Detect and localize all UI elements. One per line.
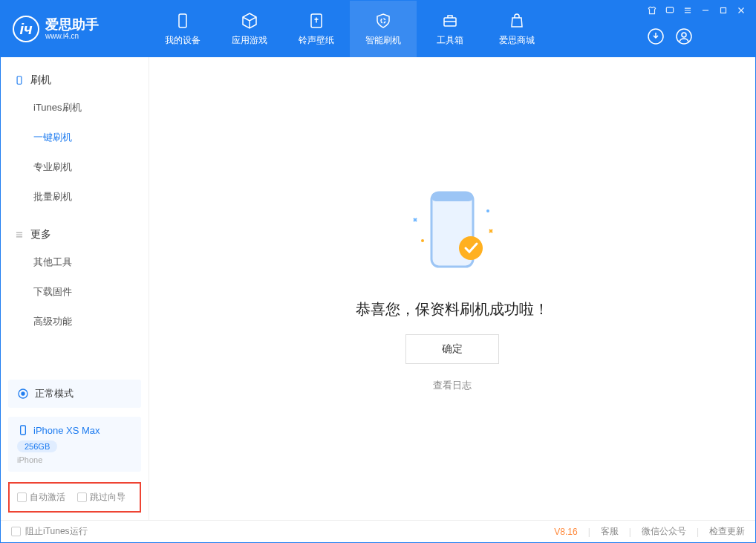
device-mode-label: 正常模式	[35, 387, 74, 400]
maximize-icon[interactable]	[718, 5, 729, 16]
user-icon[interactable]	[675, 27, 693, 45]
minimize-icon[interactable]	[700, 5, 711, 16]
nav-store[interactable]: 爱思商城	[483, 1, 550, 57]
svg-point-7	[682, 33, 686, 37]
phone-icon	[14, 75, 25, 85]
success-message: 恭喜您，保资料刷机成功啦！	[356, 299, 549, 319]
view-log-link[interactable]: 查看日志	[433, 379, 472, 392]
svg-point-14	[459, 236, 483, 260]
options-row: 自动激活 跳过向导	[8, 482, 141, 513]
device-name-label: iPhone XS Max	[33, 425, 100, 436]
sidebar-section-more: 更多	[1, 222, 149, 247]
top-nav: 我的设备 应用游戏 铃声壁纸 智能刷机 工具箱 爱思商城	[149, 1, 550, 57]
app-header: iч 爱思助手 www.i4.cn 我的设备 应用游戏 铃声壁纸 智能刷机 工具…	[1, 1, 755, 57]
section-title: 更多	[30, 228, 51, 241]
device-mode-box[interactable]: 正常模式	[8, 380, 141, 408]
nav-label: 我的设备	[165, 34, 201, 47]
sidebar-item-itunes-flash[interactable]: iTunes刷机	[33, 93, 149, 123]
device-type: iPhone	[17, 455, 132, 464]
checkbox-icon	[77, 492, 87, 502]
nav-smart-flash[interactable]: 智能刷机	[350, 1, 417, 57]
list-icon	[14, 230, 25, 240]
nav-label: 智能刷机	[365, 34, 401, 47]
svg-rect-4	[721, 8, 726, 13]
svg-rect-13	[431, 192, 473, 201]
nav-ringtone-wallpaper[interactable]: 铃声壁纸	[283, 1, 350, 57]
nav-apps-games[interactable]: 应用游戏	[216, 1, 283, 57]
checkbox-label: 跳过向导	[90, 491, 126, 504]
svg-point-6	[677, 29, 691, 44]
nav-label: 应用游戏	[232, 34, 267, 47]
svg-point-15	[421, 239, 424, 242]
refresh-shield-icon	[374, 12, 392, 30]
toolbox-icon	[441, 12, 459, 30]
version-label: V8.16	[554, 527, 577, 537]
svg-point-16	[486, 209, 489, 212]
main-content: 恭喜您，保资料刷机成功啦！ 确定 查看日志	[149, 57, 755, 520]
nav-toolbox[interactable]: 工具箱	[417, 1, 483, 57]
sidebar-item-other-tools[interactable]: 其他工具	[33, 247, 149, 277]
download-icon[interactable]	[647, 27, 665, 45]
checkbox-auto-activate[interactable]: 自动激活	[17, 491, 65, 504]
svg-point-10	[22, 392, 25, 395]
checkbox-label: 自动激活	[30, 491, 65, 504]
svg-rect-3	[666, 7, 673, 13]
sidebar-item-oneclick-flash[interactable]: 一键刷机	[33, 123, 149, 152]
footer-service[interactable]: 客服	[601, 525, 619, 538]
sidebar-item-advanced[interactable]: 高级功能	[33, 307, 149, 336]
footer-check-update[interactable]: 检查更新	[709, 525, 745, 538]
sidebar-section-flash: 刷机	[1, 68, 149, 93]
svg-rect-0	[179, 14, 186, 27]
nav-my-device[interactable]: 我的设备	[149, 1, 216, 57]
logo-area: iч 爱思助手 www.i4.cn	[1, 16, 149, 42]
logo-icon: iч	[13, 16, 39, 42]
sidebar-item-batch-flash[interactable]: 批量刷机	[33, 182, 149, 212]
app-subtitle: www.i4.cn	[45, 32, 99, 40]
footer-wechat[interactable]: 微信公众号	[642, 525, 686, 538]
music-icon	[307, 12, 325, 30]
svg-rect-11	[21, 426, 26, 435]
checkbox-icon	[17, 492, 27, 502]
checkbox-label: 阻止iTunes运行	[25, 525, 88, 538]
bag-icon	[508, 12, 526, 30]
sidebar: 刷机 iTunes刷机 一键刷机 专业刷机 批量刷机 更多 其他工具 下载固件 …	[1, 57, 149, 520]
feedback-icon[interactable]	[665, 5, 675, 16]
device-icon	[174, 12, 192, 30]
sidebar-item-pro-flash[interactable]: 专业刷机	[33, 152, 149, 182]
success-illustration	[400, 185, 504, 284]
device-info-box[interactable]: iPhone XS Max 256GB iPhone	[8, 417, 141, 472]
section-title: 刷机	[30, 74, 51, 87]
menu-icon[interactable]	[682, 5, 693, 16]
skin-icon[interactable]	[647, 5, 657, 16]
nav-label: 工具箱	[437, 34, 463, 47]
checkbox-skip-guide[interactable]: 跳过向导	[77, 491, 126, 504]
ok-button[interactable]: 确定	[405, 334, 499, 364]
svg-rect-8	[17, 77, 22, 85]
close-icon[interactable]	[736, 5, 746, 16]
footer: 阻止iTunes运行 V8.16 | 客服 | 微信公众号 | 检查更新	[1, 520, 755, 542]
mode-icon	[17, 388, 29, 400]
nav-label: 铃声壁纸	[299, 34, 334, 47]
window-controls	[647, 5, 746, 16]
cube-icon	[241, 12, 258, 30]
device-capacity: 256GB	[17, 440, 57, 452]
sidebar-item-download-firmware[interactable]: 下载固件	[33, 277, 149, 307]
checkbox-icon	[11, 527, 21, 536]
phone-icon	[17, 424, 29, 436]
nav-label: 爱思商城	[499, 34, 535, 47]
app-title: 爱思助手	[45, 18, 99, 33]
checkbox-block-itunes[interactable]: 阻止iTunes运行	[11, 525, 88, 538]
